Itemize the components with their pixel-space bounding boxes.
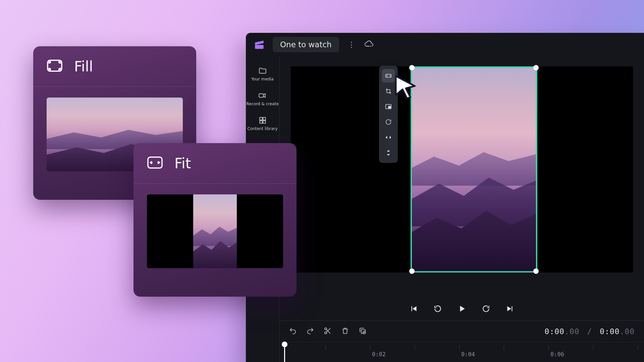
time-current: 0:00 [545,327,565,336]
transport-controls [279,297,644,320]
rewind-button[interactable] [432,303,444,315]
resize-handle-br[interactable] [533,268,539,274]
resize-handle-bl[interactable] [409,268,415,274]
ruler-tick [370,345,370,350]
svg-rect-2 [259,94,264,97]
forward-button[interactable] [480,303,492,315]
next-frame-button[interactable] [504,303,516,315]
split-button[interactable] [324,327,332,336]
sidebar-item-content-library[interactable]: Content library [247,116,277,131]
redo-button[interactable] [306,327,314,336]
sidebar-label: Your media [251,77,274,82]
preview-stage-area [279,56,644,297]
sidebar-label: Record & create [246,102,279,107]
svg-rect-6 [263,121,266,123]
svg-rect-0 [255,45,264,49]
tool-pip[interactable] [382,100,395,113]
fit-option-card[interactable]: Fit [133,143,297,297]
project-menu-button[interactable]: ⋮ [344,39,359,51]
sidebar-item-your-media[interactable]: Your media [251,66,274,82]
tool-flip-horizontal[interactable] [382,131,395,144]
play-button[interactable] [456,303,468,315]
sidebar-item-record-create[interactable]: Record & create [246,91,279,107]
top-bar: One to watch ⋮ [246,33,644,56]
clip-image [412,68,536,271]
ruler-minor-tick [593,345,593,350]
resize-handle-tl[interactable] [409,65,415,70]
tool-flip-vertical[interactable] [382,146,395,160]
fit-title: Fit [174,155,191,172]
fill-title: Fill [74,58,93,75]
duplicate-button[interactable] [359,327,367,336]
time-total-ms: .00 [620,327,635,336]
svg-rect-3 [260,117,262,120]
sidebar-label: Content library [247,127,277,131]
svg-rect-4 [263,117,266,120]
prev-frame-button[interactable] [408,303,420,315]
undo-button[interactable] [289,327,297,336]
cloud-sync-icon[interactable] [364,39,373,50]
ruler-minor-tick [504,345,504,350]
ruler-tick [548,345,549,350]
timeline-ruler[interactable] [279,342,644,362]
app-logo-icon [252,37,267,52]
fill-icon [45,56,64,76]
tool-fit-fill[interactable] [382,69,395,82]
delete-button[interactable] [341,327,349,336]
tool-rotate[interactable] [382,115,395,129]
tool-crop[interactable] [382,84,395,98]
ruler-minor-tick [415,345,415,350]
ruler-minor-tick [638,345,638,350]
ruler-minor-tick [325,345,326,350]
project-area: One to watch ⋮ [273,37,373,52]
timeline-toolbar: 0:00.00 / 0:00.00 [279,320,644,342]
svg-rect-5 [260,121,262,123]
resize-handle-tr[interactable] [533,65,539,70]
svg-rect-9 [388,106,390,108]
time-display: 0:00.00 / 0:00.00 [545,327,635,336]
selected-clip-frame[interactable] [411,66,537,273]
playhead[interactable] [284,342,285,362]
svg-point-11 [325,332,327,334]
svg-point-10 [325,328,327,330]
time-total: 0:00 [600,327,620,336]
fit-preview [147,194,283,268]
ruler-tick [459,345,460,350]
project-name[interactable]: One to watch [273,37,339,52]
time-current-ms: .00 [565,327,580,336]
floating-toolbar [379,66,398,163]
preview-canvas[interactable] [291,66,633,273]
fit-icon [146,153,164,173]
video-editor-window: One to watch ⋮ Your media Record & creat… [246,33,644,362]
